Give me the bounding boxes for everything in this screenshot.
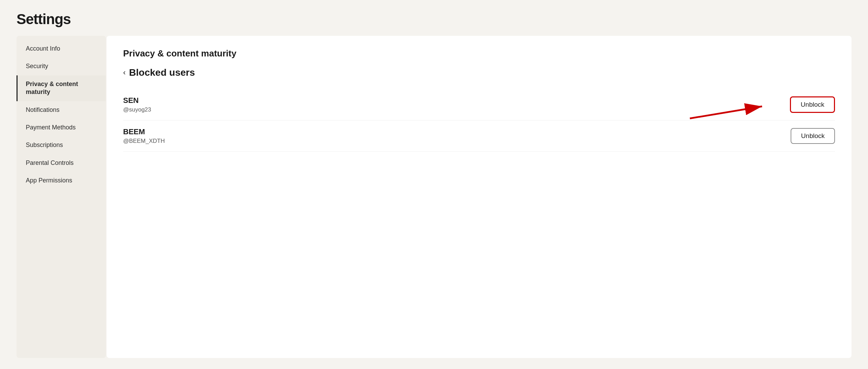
section-header: Privacy & content maturity xyxy=(123,48,835,59)
sidebar-item-privacy[interactable]: Privacy & content maturity xyxy=(17,75,106,101)
sidebar-item-app-permissions[interactable]: App Permissions xyxy=(17,172,106,189)
user-handle-sen: @suyog23 xyxy=(123,106,151,113)
back-nav: ‹ Blocked users xyxy=(123,67,835,78)
sidebar-item-notifications[interactable]: Notifications xyxy=(17,101,106,119)
blocked-users-title: Blocked users xyxy=(129,67,195,78)
page-title: Settings xyxy=(17,11,851,28)
main-content: Privacy & content maturity ‹ Blocked use… xyxy=(107,36,851,358)
sidebar-item-parental-controls[interactable]: Parental Controls xyxy=(17,154,106,172)
user-handle-beem: @BEEM_XDTH xyxy=(123,138,165,145)
table-row: BEEM @BEEM_XDTH Unblock xyxy=(123,120,835,152)
back-arrow-icon[interactable]: ‹ xyxy=(123,68,126,77)
sidebar-item-security[interactable]: Security xyxy=(17,57,106,75)
unblock-button-beem[interactable]: Unblock xyxy=(791,128,835,144)
content-area: Account Info Security Privacy & content … xyxy=(17,36,851,358)
user-info-beem: BEEM @BEEM_XDTH xyxy=(123,127,165,145)
user-name-sen: SEN xyxy=(123,96,151,105)
user-name-beem: BEEM xyxy=(123,127,165,136)
sidebar-item-payment-methods[interactable]: Payment Methods xyxy=(17,119,106,136)
table-row: SEN @suyog23 Unblock xyxy=(123,89,835,120)
sidebar: Account Info Security Privacy & content … xyxy=(17,36,106,358)
unblock-button-sen[interactable]: Unblock xyxy=(790,96,835,113)
user-info-sen: SEN @suyog23 xyxy=(123,96,151,113)
sidebar-item-account-info[interactable]: Account Info xyxy=(17,40,106,57)
sidebar-item-subscriptions[interactable]: Subscriptions xyxy=(17,136,106,154)
page-container: Settings Account Info Security Privacy &… xyxy=(0,0,868,369)
blocked-users-list: SEN @suyog23 Unblock BEEM @BEEM_XDTH Unb… xyxy=(123,89,835,152)
